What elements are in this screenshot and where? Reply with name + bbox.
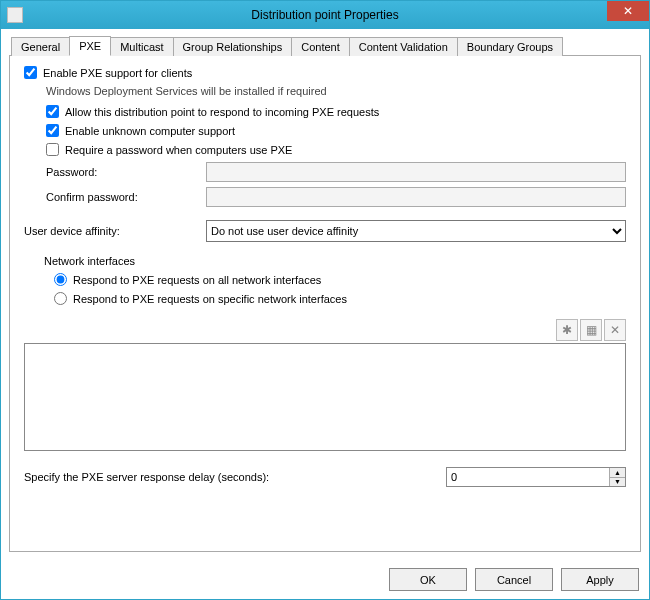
delay-spinner: ▲ ▼ <box>446 467 626 487</box>
password-input <box>206 162 626 182</box>
apply-button[interactable]: Apply <box>561 568 639 591</box>
close-button[interactable]: ✕ <box>607 1 649 21</box>
delete-icon: ✕ <box>610 323 620 337</box>
spinner-up-button[interactable]: ▲ <box>610 468 625 478</box>
enable-pxe-label: Enable PXE support for clients <box>43 67 192 79</box>
allow-respond-row: Allow this distribution point to respond… <box>24 105 626 118</box>
tab-boundary-groups[interactable]: Boundary Groups <box>457 37 563 56</box>
edit-interface-button: ▦ <box>580 319 602 341</box>
require-password-checkbox[interactable] <box>46 143 59 156</box>
spinner-buttons: ▲ ▼ <box>609 468 625 486</box>
allow-respond-label: Allow this distribution point to respond… <box>65 106 379 118</box>
ok-button[interactable]: OK <box>389 568 467 591</box>
delay-label: Specify the PXE server response delay (s… <box>24 471 446 483</box>
window-title: Distribution point Properties <box>1 8 649 22</box>
confirm-password-input <box>206 187 626 207</box>
content-area: General PXE Multicast Group Relationship… <box>1 29 649 560</box>
delete-interface-button: ✕ <box>604 319 626 341</box>
unknown-support-row: Enable unknown computer support <box>24 124 626 137</box>
wds-note: Windows Deployment Services will be inst… <box>24 85 626 97</box>
spinner-down-button[interactable]: ▼ <box>610 478 625 487</box>
tab-pxe[interactable]: PXE <box>69 36 111 56</box>
require-password-label: Require a password when computers use PX… <box>65 144 292 156</box>
star-icon: ✱ <box>562 323 572 337</box>
tab-strip: General PXE Multicast Group Relationship… <box>9 35 641 56</box>
confirm-password-row: Confirm password: <box>24 187 626 207</box>
radio-specific-label: Respond to PXE requests on specific netw… <box>73 293 347 305</box>
dialog-footer: OK Cancel Apply <box>1 560 649 599</box>
allow-respond-checkbox[interactable] <box>46 105 59 118</box>
close-icon: ✕ <box>623 4 633 18</box>
tab-content[interactable]: Content <box>291 37 350 56</box>
titlebar: Distribution point Properties ✕ <box>1 1 649 29</box>
tab-general[interactable]: General <box>11 37 70 56</box>
tab-group-relationships[interactable]: Group Relationships <box>173 37 293 56</box>
password-row: Password: <box>24 162 626 182</box>
radio-specific-row: Respond to PXE requests on specific netw… <box>24 292 626 305</box>
pxe-panel: Enable PXE support for clients Windows D… <box>9 56 641 552</box>
tab-multicast[interactable]: Multicast <box>110 37 173 56</box>
radio-specific-interfaces[interactable] <box>54 292 67 305</box>
user-affinity-select[interactable]: Do not use user device affinity <box>206 220 626 242</box>
chevron-down-icon: ▼ <box>614 478 621 485</box>
add-interface-button: ✱ <box>556 319 578 341</box>
user-affinity-row: User device affinity: Do not use user de… <box>24 220 626 242</box>
unknown-support-label: Enable unknown computer support <box>65 125 235 137</box>
unknown-support-checkbox[interactable] <box>46 124 59 137</box>
dialog-window: Distribution point Properties ✕ General … <box>0 0 650 600</box>
password-label: Password: <box>46 166 206 178</box>
interfaces-toolbar: ✱ ▦ ✕ <box>24 319 626 341</box>
enable-pxe-checkbox[interactable] <box>24 66 37 79</box>
radio-all-label: Respond to PXE requests on all network i… <box>73 274 321 286</box>
network-interfaces-label: Network interfaces <box>44 255 626 267</box>
delay-input[interactable] <box>447 468 609 486</box>
user-affinity-label: User device affinity: <box>24 225 206 237</box>
radio-all-row: Respond to PXE requests on all network i… <box>24 273 626 286</box>
require-password-row: Require a password when computers use PX… <box>24 143 626 156</box>
confirm-password-label: Confirm password: <box>46 191 206 203</box>
interfaces-listbox <box>24 343 626 451</box>
chevron-up-icon: ▲ <box>614 469 621 476</box>
tab-content-validation[interactable]: Content Validation <box>349 37 458 56</box>
cancel-button[interactable]: Cancel <box>475 568 553 591</box>
properties-icon: ▦ <box>586 323 597 337</box>
delay-row: Specify the PXE server response delay (s… <box>24 467 626 487</box>
enable-pxe-row: Enable PXE support for clients <box>24 66 626 79</box>
radio-all-interfaces[interactable] <box>54 273 67 286</box>
